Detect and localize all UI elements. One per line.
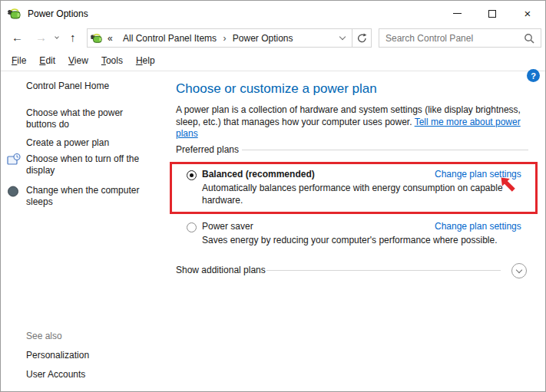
maximize-icon <box>488 10 496 18</box>
sidebar-item-control-panel-home[interactable]: Control Panel Home <box>26 81 151 92</box>
address-power-options-icon <box>91 32 103 44</box>
breadcrumb-item-all-control-panel-items[interactable]: All Control Panel Items <box>123 33 217 44</box>
power-options-icon <box>8 7 22 21</box>
main-content: ? Choose or customize a power plan A pow… <box>168 71 545 391</box>
page-title: Choose or customize a power plan <box>176 81 377 97</box>
recent-pages-dropdown-icon[interactable] <box>55 35 59 39</box>
search-input[interactable] <box>386 33 524 44</box>
plan-description-balanced: Automatically balances performance with … <box>202 183 520 206</box>
expand-additional-plans-button[interactable] <box>511 263 527 278</box>
display-clock-icon <box>7 153 21 166</box>
change-plan-settings-link-balanced[interactable]: Change plan settings <box>435 169 521 180</box>
sidebar-item-personalization[interactable]: Personalization <box>26 350 151 361</box>
plan-name-power-saver: Power saver <box>202 221 253 232</box>
menu-help[interactable]: Help <box>136 55 155 66</box>
address-dropdown-button[interactable] <box>333 29 352 47</box>
plan-name-balanced: Balanced (recommended) <box>202 169 315 180</box>
breadcrumb-separator: › <box>223 33 226 44</box>
minimize-button[interactable] <box>439 1 475 26</box>
sidebar-item-create-power-plan[interactable]: Create a power plan <box>26 137 151 149</box>
menu-file[interactable]: File <box>12 55 26 66</box>
menu-tools[interactable]: Tools <box>101 55 123 66</box>
sidebar-item-computer-sleeps[interactable]: Change when the computer sleeps <box>26 185 151 208</box>
up-button[interactable]: ↑ <box>70 30 76 45</box>
radio-balanced[interactable] <box>187 170 197 180</box>
breadcrumb-overflow-chevron[interactable]: « <box>108 33 113 44</box>
preferred-plans-divider <box>242 150 528 150</box>
show-additional-plans-label: Show additional plans <box>176 265 266 275</box>
breadcrumb-item-power-options[interactable]: Power Options <box>233 33 293 44</box>
power-options-window: Power Options × ← → ↑ « All Control <box>0 0 546 392</box>
search-box <box>379 28 541 48</box>
radio-power-saver[interactable] <box>187 222 197 232</box>
moon-icon <box>7 185 21 198</box>
sidebar-item-turn-off-display[interactable]: Choose when to turn off the display <box>26 153 151 176</box>
address-bar[interactable]: « All Control Panel Items › Power Option… <box>87 28 372 48</box>
menu-edit[interactable]: Edit <box>39 55 55 66</box>
see-also-label: See also <box>26 331 151 342</box>
change-plan-settings-link-power-saver[interactable]: Change plan settings <box>435 221 521 232</box>
preferred-plans-label: Preferred plans <box>176 144 239 155</box>
search-icon[interactable] <box>524 33 534 44</box>
minimize-icon <box>453 13 462 14</box>
plan-description-power-saver: Saves energy by reducing your computer's… <box>202 235 520 247</box>
close-icon: × <box>524 8 531 19</box>
show-additional-divider <box>266 270 501 271</box>
maximize-button[interactable] <box>475 1 510 26</box>
intro-paragraph: A power plan is a collection of hardware… <box>176 104 527 140</box>
close-button[interactable]: × <box>510 1 545 26</box>
breadcrumb: « All Control Panel Items › Power Option… <box>108 33 333 44</box>
sidebar-item-user-accounts[interactable]: User Accounts <box>26 369 151 380</box>
menu-bar: File Edit View Tools Help <box>1 50 545 71</box>
sidebar-item-power-buttons[interactable]: Choose what the power buttons do <box>26 107 151 130</box>
navigation-bar: ← → ↑ « All Control Panel Items › Power … <box>1 26 545 50</box>
chevron-down-icon <box>339 34 346 40</box>
help-icon: ? <box>531 71 536 81</box>
title-bar: Power Options × <box>1 1 545 26</box>
sidebar: Control Panel Home Choose what the power… <box>1 71 168 391</box>
chevron-down-icon <box>516 266 522 272</box>
refresh-icon <box>357 33 367 44</box>
help-button[interactable]: ? <box>527 69 540 82</box>
menu-view[interactable]: View <box>68 55 88 66</box>
window-title: Power Options <box>28 8 88 19</box>
refresh-button[interactable] <box>352 29 371 47</box>
forward-button[interactable]: → <box>35 30 47 45</box>
back-button[interactable]: ← <box>12 30 23 45</box>
